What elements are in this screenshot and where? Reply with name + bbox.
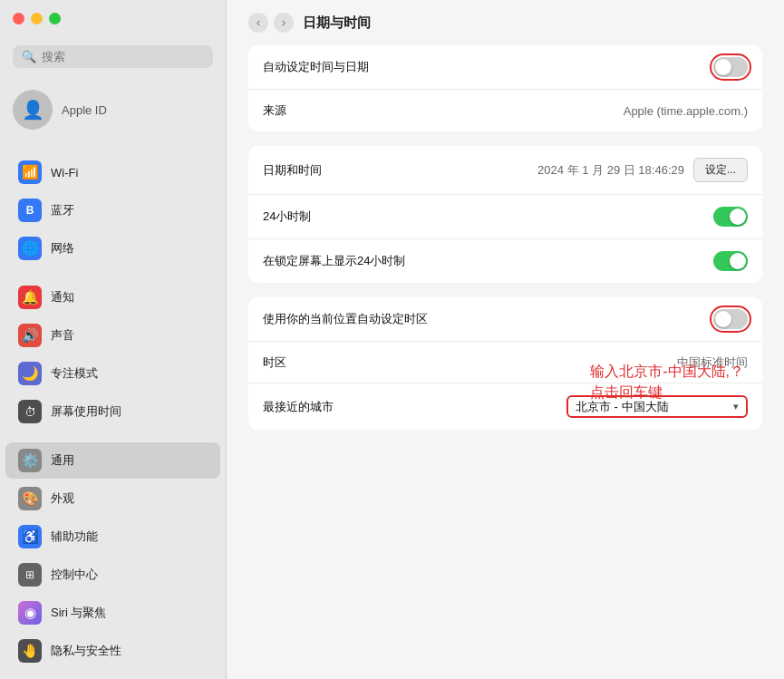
sidebar-item-label: 屏幕使用时间	[51, 403, 121, 420]
hour24-label: 24小时制	[263, 209, 311, 225]
apple-id-label: Apple ID	[62, 103, 107, 117]
sidebar-item-label: 外观	[51, 490, 74, 507]
date-time-label: 日期和时间	[263, 162, 322, 179]
sidebar-item-label: 通知	[51, 289, 74, 306]
forward-button[interactable]: ›	[274, 13, 294, 33]
city-input-wrap: ▾	[566, 395, 748, 418]
sidebar-item-bt[interactable]: B 蓝牙	[5, 192, 220, 228]
sidebar-item-appear[interactable]: 🎨 外观	[5, 480, 220, 517]
nearest-city-row: 最接近的城市 ▾	[248, 383, 762, 430]
focus-icon: 🌙	[18, 362, 42, 385]
auto-set-toggle[interactable]	[713, 57, 748, 77]
hour24-row: 24小时制	[248, 195, 762, 239]
sidebar-item-siri[interactable]: ◉ Siri 与聚焦	[5, 595, 220, 631]
source-label: 来源	[263, 102, 286, 119]
source-value: Apple (time.apple.com.)	[624, 104, 748, 118]
back-button[interactable]: ‹	[248, 13, 268, 33]
timezone-value: 中国标准时间	[677, 354, 748, 371]
sidebar: 🔍 👤 Apple ID 📶 Wi-Fi B 蓝牙 🌐 网络 🔔 通知 🔊 声音…	[0, 0, 227, 679]
avatar: 👤	[13, 90, 53, 130]
sidebar-item-label: 专注模式	[51, 365, 98, 382]
sidebar-item-sound[interactable]: 🔊 声音	[5, 317, 220, 354]
topbar: ‹ › 日期与时间	[227, 0, 784, 42]
content-area: 自动设定时间与日期 来源 Apple (time.apple.com.) 日期和…	[227, 42, 784, 679]
auto-timezone-row: 使用你的当前位置自动设定时区	[248, 297, 762, 342]
sidebar-item-net[interactable]: 🌐 网络	[5, 230, 220, 267]
auto-set-toggle-wrap	[713, 57, 748, 77]
sidebar-item-access[interactable]: ♿ 辅助功能	[5, 519, 220, 555]
date-time-group: 日期和时间 2024 年 1 月 29 日 18:46:29 设定... 24小…	[248, 146, 762, 283]
sidebar-item-focus[interactable]: 🌙 专注模式	[5, 355, 220, 392]
city-dropdown-arrow[interactable]: ▾	[733, 401, 739, 412]
sidebar-item-label: 蓝牙	[51, 202, 74, 218]
auto-set-row: 自动设定时间与日期	[248, 45, 762, 90]
control-icon: ⊞	[18, 563, 42, 587]
maximize-button[interactable]	[49, 13, 61, 24]
privacy-icon: 🤚	[18, 639, 42, 663]
content-wrapper: 自动设定时间与日期 来源 Apple (time.apple.com.) 日期和…	[248, 45, 762, 430]
hour24-toggle[interactable]	[713, 207, 748, 227]
sidebar-item-label: 通用	[51, 452, 74, 469]
timezone-row: 时区 中国标准时间	[248, 342, 762, 383]
sidebar-item-wifi[interactable]: 📶 Wi-Fi	[5, 154, 220, 190]
sidebar-item-label: Siri 与聚焦	[51, 605, 106, 621]
sidebar-item-label: Wi-Fi	[51, 166, 78, 179]
sidebar-item-control[interactable]: ⊞ 控制中心	[5, 557, 220, 593]
sidebar-item-label: 声音	[51, 327, 74, 344]
source-row: 来源 Apple (time.apple.com.)	[248, 90, 762, 131]
sidebar-item-label: 控制中心	[51, 567, 98, 583]
minimize-button[interactable]	[31, 13, 43, 24]
wifi-icon: 📶	[18, 160, 42, 184]
sidebar-item-notif[interactable]: 🔔 通知	[5, 279, 220, 315]
sidebar-item-general[interactable]: ⚙️ 通用	[5, 442, 220, 479]
sidebar-item-label: 辅助功能	[51, 529, 98, 545]
sidebar-item-privacy[interactable]: 🤚 隐私与安全性	[5, 633, 220, 669]
search-icon: 🔍	[22, 50, 36, 63]
auto-set-label: 自动设定时间与日期	[263, 59, 369, 75]
sidebar-item-label: 网络	[51, 240, 74, 257]
search-input[interactable]	[42, 50, 204, 63]
appear-icon: 🎨	[18, 487, 42, 510]
close-button[interactable]	[13, 13, 24, 24]
lock-screen-24-label: 在锁定屏幕上显示24小时制	[263, 253, 405, 269]
bt-icon: B	[18, 199, 42, 222]
siri-icon: ◉	[18, 601, 42, 625]
sidebar-item-screen[interactable]: ⏱ 屏幕使用时间	[5, 393, 220, 430]
nearest-city-label: 最接近的城市	[263, 399, 334, 415]
general-icon: ⚙️	[18, 449, 42, 472]
timezone-label: 时区	[263, 354, 286, 371]
date-time-row: 日期和时间 2024 年 1 月 29 日 18:46:29 设定...	[248, 146, 762, 195]
set-date-button[interactable]: 设定...	[693, 158, 748, 182]
sound-icon: 🔊	[18, 324, 42, 347]
net-icon: 🌐	[18, 237, 42, 260]
apple-id-section[interactable]: 👤 Apple ID	[0, 81, 226, 142]
date-time-value: 2024 年 1 月 29 日 18:46:29	[537, 162, 684, 179]
notif-icon: 🔔	[18, 286, 42, 309]
auto-timezone-toggle-wrap	[713, 309, 748, 329]
access-icon: ♿	[18, 525, 42, 548]
lock-screen-24-toggle[interactable]	[713, 251, 748, 271]
lock-screen-24-row: 在锁定屏幕上显示24小时制	[248, 239, 762, 283]
auto-time-group: 自动设定时间与日期 来源 Apple (time.apple.com.)	[248, 45, 762, 131]
screen-icon: ⏱	[18, 400, 42, 423]
traffic-lights	[13, 13, 61, 24]
auto-timezone-toggle[interactable]	[713, 309, 748, 329]
sidebar-item-label: 隐私与安全性	[51, 643, 121, 659]
timezone-group: 使用你的当前位置自动设定时区 时区 中国标准时间 最接近的城市 ▾	[248, 297, 762, 430]
auto-timezone-label: 使用你的当前位置自动设定时区	[263, 311, 428, 327]
city-input[interactable]	[576, 400, 728, 413]
search-bar[interactable]: 🔍	[13, 45, 213, 68]
page-title: 日期与时间	[303, 15, 371, 32]
main-panel: ‹ › 日期与时间 自动设定时间与日期 来源 Apple (time.apple…	[227, 0, 784, 679]
